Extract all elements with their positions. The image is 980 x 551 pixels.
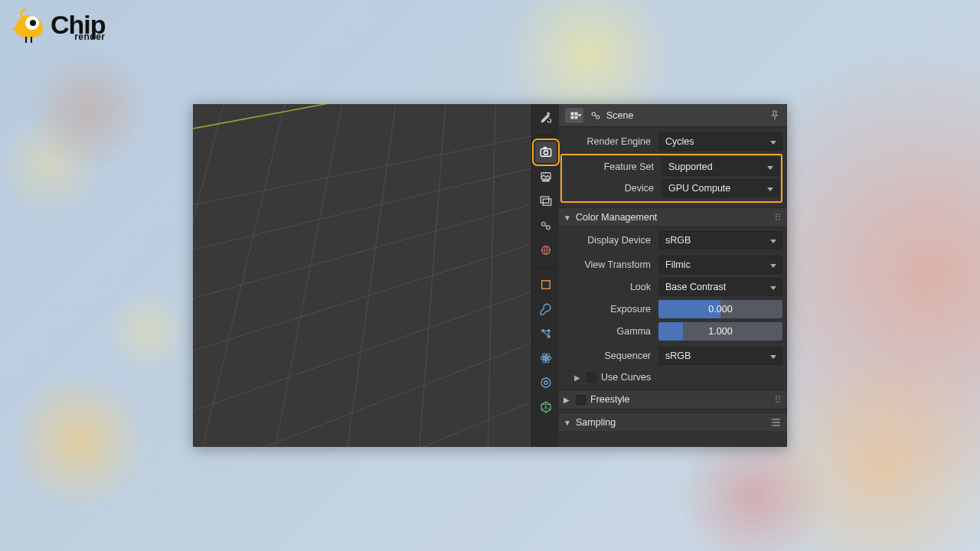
svg-point-28 (547, 335, 550, 337)
svg-line-4 (193, 276, 531, 422)
device-label: Device (564, 183, 662, 194)
sampling-header[interactable]: ▼ Sampling (559, 412, 787, 432)
editor-type-selector[interactable] (565, 108, 583, 123)
exposure-field[interactable]: 0.000 (658, 300, 782, 318)
scene-tab[interactable] (535, 215, 557, 236)
svg-line-10 (273, 104, 342, 447)
svg-point-34 (544, 381, 547, 385)
render-tab[interactable] (535, 142, 557, 163)
svg-line-12 (419, 104, 446, 447)
render-properties-panel: Scene Render Engine Cycles Feature Set S… (559, 104, 787, 447)
chip-render-logo: Chip render (14, 11, 106, 44)
gamma-fill (658, 322, 683, 341)
svg-point-44 (771, 419, 772, 419)
drag-handle-icon[interactable]: ⠿ (774, 212, 782, 223)
particles-tab[interactable] (535, 323, 557, 344)
world-tab[interactable] (535, 240, 557, 261)
object-tab[interactable] (535, 274, 557, 295)
svg-line-0 (193, 127, 531, 211)
svg-rect-36 (575, 112, 578, 115)
physics-tab[interactable] (535, 347, 557, 369)
svg-point-33 (541, 378, 550, 387)
tool-tab[interactable] (535, 107, 557, 129)
properties-header: Scene (559, 104, 787, 127)
svg-point-39 (592, 112, 595, 115)
render-engine-label: Render Engine (560, 136, 658, 147)
disclosure-down-icon: ▼ (564, 214, 573, 222)
svg-point-22 (541, 222, 545, 226)
svg-rect-21 (543, 199, 551, 205)
gamma-field[interactable]: 1.000 (658, 322, 782, 341)
svg-rect-38 (575, 116, 578, 119)
color-management-title: Color Management (576, 212, 774, 223)
viewport-3d[interactable] (193, 104, 531, 447)
disclosure-down-icon: ▼ (564, 419, 573, 427)
device-select[interactable]: GPU Compute (662, 179, 779, 197)
svg-point-45 (771, 422, 772, 422)
svg-point-16 (544, 151, 547, 155)
freestyle-checkbox[interactable] (576, 395, 586, 405)
svg-line-1 (193, 158, 531, 257)
scene-icon (590, 109, 602, 122)
render-engine-select[interactable]: Cycles (658, 132, 782, 151)
disclosure-right-icon: ▶ (564, 396, 573, 404)
blender-window: Scene Render Engine Cycles Feature Set S… (193, 104, 787, 447)
display-device-label: Display Device (560, 235, 658, 246)
use-curves-checkbox[interactable] (586, 373, 596, 383)
view-transform-label: View Transform (560, 259, 658, 270)
gamma-label: Gamma (560, 326, 658, 337)
sequencer-label: Sequencer (560, 350, 658, 361)
svg-rect-20 (541, 197, 549, 203)
view-transform-select[interactable]: Filmic (658, 256, 782, 274)
use-curves-label: Use Curves (601, 372, 651, 383)
data-tab[interactable] (535, 396, 557, 418)
freestyle-header[interactable]: ▶ Freestyle ⠿ (559, 390, 787, 409)
display-device-select[interactable]: sRGB (658, 231, 782, 249)
exposure-label: Exposure (560, 304, 658, 315)
svg-rect-19 (542, 181, 549, 182)
context-title: Scene (606, 110, 769, 121)
svg-rect-15 (541, 149, 551, 157)
svg-line-9 (201, 104, 285, 447)
svg-rect-25 (541, 281, 550, 289)
svg-point-27 (547, 330, 550, 332)
use-curves-row[interactable]: ▶ Use Curves (560, 368, 782, 386)
viewport-grid (193, 104, 531, 447)
drag-handle-icon[interactable]: ⠿ (774, 394, 782, 406)
axis-y-line (193, 104, 531, 129)
properties-editor: Scene Render Engine Cycles Feature Set S… (531, 104, 787, 447)
svg-rect-35 (571, 112, 574, 115)
sampling-title: Sampling (576, 417, 770, 428)
svg-rect-17 (544, 147, 547, 148)
properties-tabbar (531, 104, 559, 447)
freestyle-title: Freestyle (590, 394, 774, 405)
preset-list-icon[interactable] (770, 416, 782, 429)
modifier-tab[interactable] (535, 298, 557, 320)
color-management-header[interactable]: ▼ Color Management ⠿ (559, 207, 787, 227)
svg-point-29 (544, 357, 547, 360)
svg-point-26 (541, 330, 544, 332)
svg-point-46 (771, 425, 772, 425)
feature-set-label: Feature Set (564, 161, 662, 172)
constraints-tab[interactable] (535, 372, 557, 393)
svg-line-13 (488, 104, 495, 447)
disclosure-right-icon: ▶ (574, 373, 583, 382)
output-tab[interactable] (535, 166, 557, 187)
feature-set-select[interactable]: Supported (662, 158, 779, 176)
highlight-box: Feature Set Supported Device GPU Compute (560, 154, 782, 203)
view-layer-tab[interactable] (535, 191, 557, 212)
look-label: Look (560, 282, 658, 292)
sequencer-select[interactable]: sRGB (658, 347, 782, 365)
pin-icon[interactable] (769, 109, 781, 122)
svg-rect-37 (571, 116, 574, 119)
svg-line-11 (346, 104, 396, 447)
look-select[interactable]: Base Contrast (658, 278, 782, 296)
svg-line-8 (193, 104, 224, 447)
logo-mark (14, 11, 47, 44)
